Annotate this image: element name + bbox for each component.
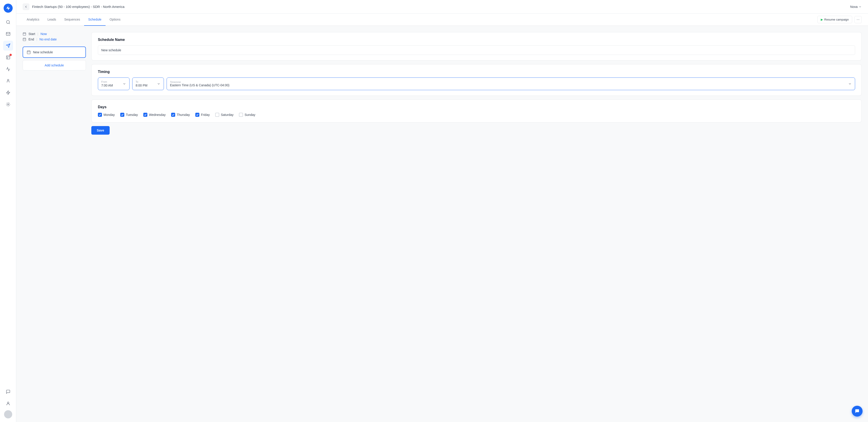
user-menu[interactable]: Nova (850, 5, 862, 8)
tab-sequences[interactable]: Sequences (60, 13, 84, 26)
thursday-checkbox[interactable] (171, 113, 175, 117)
saturday-checkbox[interactable] (215, 113, 219, 117)
day-friday[interactable]: Friday (195, 113, 210, 117)
start-separator: | (37, 32, 38, 36)
sidebar-item-analytics[interactable] (3, 64, 13, 74)
right-panel: Schedule Name Timing From 7:00 AM (91, 32, 862, 135)
from-value: 7:00 AM (101, 84, 113, 87)
svg-rect-8 (23, 33, 26, 35)
svg-rect-1 (6, 32, 10, 35)
sidebar-item-email[interactable] (3, 29, 13, 39)
schedule-name-card-title: Schedule Name (98, 38, 855, 42)
more-options-button[interactable]: ··· (855, 16, 862, 23)
sidebar-item-lightning[interactable] (3, 88, 13, 98)
schedule-name-input[interactable] (98, 45, 855, 55)
saturday-label: Saturday (221, 113, 234, 117)
resume-btn-label: Resume campaign (825, 18, 849, 21)
timing-card-title: Timing (98, 70, 855, 74)
to-time-select[interactable]: To 8:00 PM (132, 77, 164, 90)
svg-rect-12 (23, 38, 26, 41)
sidebar (0, 0, 16, 422)
day-wednesday[interactable]: Wednesday (143, 113, 166, 117)
timezone-value: Eastern Time (US & Canada) (UTC-04:00) (170, 84, 229, 87)
avatar[interactable] (4, 410, 12, 418)
snippets-badge (9, 54, 12, 56)
user-name: Nova (850, 5, 858, 8)
sidebar-item-contacts[interactable] (3, 76, 13, 86)
back-button[interactable] (23, 3, 29, 10)
days-row: Monday Tuesday Wednesday (98, 113, 855, 117)
timing-row: From 7:00 AM To 8:00 PM (98, 77, 855, 90)
timing-card: Timing From 7:00 AM To 8:0 (91, 64, 862, 96)
sunday-label: Sunday (245, 113, 255, 117)
topbar-right: Nova (850, 5, 862, 8)
sidebar-item-search[interactable] (3, 17, 13, 27)
from-time-select[interactable]: From 7:00 AM (98, 77, 129, 90)
svg-point-4 (7, 79, 9, 81)
to-chevron-icon (157, 82, 160, 86)
from-label: From (101, 80, 113, 83)
app-logo[interactable] (4, 4, 13, 13)
svg-rect-16 (27, 51, 30, 54)
play-icon: ▶ (821, 18, 823, 21)
tab-options[interactable]: Options (105, 13, 125, 26)
day-monday[interactable]: Monday (98, 113, 115, 117)
sidebar-item-campaigns[interactable] (3, 41, 13, 51)
end-value[interactable]: No end date (39, 37, 57, 41)
sidebar-item-integrations[interactable] (3, 99, 13, 109)
days-card: Days Monday Tuesday (91, 99, 862, 123)
tab-actions: ▶ Resume campaign ··· (817, 16, 862, 23)
friday-checkbox[interactable] (195, 113, 199, 117)
add-schedule-button[interactable]: Add schedule (23, 60, 86, 70)
svg-rect-3 (6, 56, 10, 59)
wednesday-label: Wednesday (149, 113, 166, 117)
main-content: Fintech Startups (50 - 100 employees) - … (16, 0, 868, 422)
chat-fab-button[interactable] (852, 406, 863, 417)
calendar-end-icon (23, 37, 26, 41)
timezone-label: Timezone (170, 80, 229, 84)
to-value: 8:00 PM (135, 84, 147, 87)
thursday-label: Thursday (177, 113, 190, 117)
svg-point-7 (7, 402, 9, 403)
to-label: To (135, 80, 147, 83)
day-sunday[interactable]: Sunday (239, 113, 255, 117)
day-saturday[interactable]: Saturday (215, 113, 234, 117)
tuesday-label: Tuesday (126, 113, 138, 117)
svg-point-0 (6, 21, 9, 24)
schedule-item-name: New schedule (33, 51, 53, 54)
tab-analytics[interactable]: Analytics (23, 13, 43, 26)
end-row: End | No end date (23, 37, 86, 41)
timezone-chevron-icon (848, 82, 852, 86)
start-end-section: Start | Now End | No end date (23, 32, 86, 41)
day-thursday[interactable]: Thursday (171, 113, 190, 117)
day-tuesday[interactable]: Tuesday (120, 113, 138, 117)
monday-label: Monday (103, 113, 115, 117)
tab-schedule[interactable]: Schedule (84, 13, 105, 26)
end-label: End (29, 37, 34, 41)
start-value[interactable]: Now (40, 32, 47, 36)
schedule-item[interactable]: New schedule (23, 46, 86, 58)
sidebar-item-user[interactable] (3, 398, 13, 409)
topbar: Fintech Startups (50 - 100 employees) - … (16, 0, 868, 13)
sunday-checkbox[interactable] (239, 113, 243, 117)
from-chevron-icon (123, 82, 126, 86)
sidebar-item-snippets[interactable] (3, 53, 13, 62)
content-area: Analytics Leads Sequences Schedule Optio… (16, 13, 868, 422)
monday-checkbox[interactable] (98, 113, 102, 117)
resume-campaign-button[interactable]: ▶ Resume campaign (817, 16, 852, 23)
svg-marker-5 (6, 91, 10, 95)
schedule-calendar-icon (27, 50, 31, 54)
start-label: Start (29, 32, 35, 36)
wednesday-checkbox[interactable] (143, 113, 147, 117)
calendar-icon (23, 32, 26, 36)
tuesday-checkbox[interactable] (120, 113, 124, 117)
friday-label: Friday (201, 113, 210, 117)
sidebar-item-chat[interactable] (3, 387, 13, 397)
svg-point-6 (7, 104, 8, 105)
end-separator: | (36, 37, 37, 41)
save-button[interactable]: Save (91, 126, 110, 135)
timezone-select[interactable]: Timezone Eastern Time (US & Canada) (UTC… (166, 77, 855, 90)
tab-leads[interactable]: Leads (43, 13, 60, 26)
more-icon: ··· (857, 18, 860, 22)
nav-tabs: Analytics Leads Sequences Schedule Optio… (16, 13, 868, 26)
